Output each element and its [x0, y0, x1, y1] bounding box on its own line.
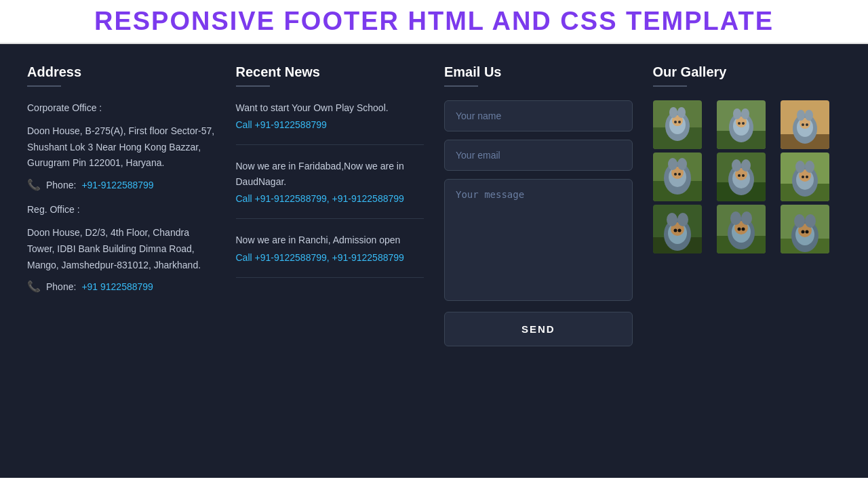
gallery-item-6[interactable] [781, 152, 829, 201]
gallery-item-8[interactable] [717, 205, 766, 253]
svg-point-70 [737, 228, 741, 231]
email-divider [444, 85, 478, 87]
reg-phone-number[interactable]: +91 9122588799 [81, 281, 153, 292]
corporate-phone-row: 📞 Phone: +91-9122588799 [27, 178, 216, 191]
news-item-1: Want to start Your Own Play School. Call… [236, 100, 425, 145]
page-title: RESPONSIVE FOOTER HTML AND CSS TEMPLATE [14, 7, 854, 36]
svg-point-35 [678, 173, 681, 176]
svg-point-80 [805, 230, 808, 234]
page-header: RESPONSIVE FOOTER HTML AND CSS TEMPLATE [0, 0, 868, 44]
gallery-item-2[interactable] [717, 100, 766, 149]
svg-point-44 [742, 174, 745, 177]
address-divider [27, 85, 61, 87]
gallery-item-1[interactable] [653, 100, 702, 149]
svg-point-52 [802, 176, 804, 178]
corporate-phone-label: Phone: [46, 180, 76, 190]
svg-point-43 [738, 174, 741, 177]
svg-point-42 [741, 159, 751, 171]
gallery-item-9[interactable] [781, 205, 829, 253]
svg-point-71 [741, 228, 745, 231]
send-button[interactable]: SEND [444, 312, 633, 346]
svg-point-77 [794, 214, 805, 228]
news-text-2: Now we are in Faridabad,Now we are in Da… [236, 159, 425, 189]
news-divider [236, 85, 270, 87]
svg-point-59 [667, 213, 677, 226]
news-call-3[interactable]: Call +91-9122588799, +91-9122588799 [236, 252, 404, 263]
svg-point-53 [806, 176, 808, 178]
svg-point-61 [673, 229, 677, 232]
address-title: Address [27, 64, 216, 80]
gallery-grid [653, 100, 842, 253]
svg-point-15 [741, 108, 749, 119]
svg-point-6 [677, 107, 686, 118]
corporate-office-label: Corporate Office : [27, 100, 216, 117]
gallery-item-4[interactable] [653, 152, 702, 201]
svg-point-79 [801, 230, 804, 234]
svg-point-60 [677, 213, 688, 226]
svg-point-41 [732, 159, 741, 171]
corporate-address: Doon House, B-275(A), First floor Sector… [27, 123, 216, 171]
email-column: Email Us SEND [444, 64, 633, 464]
svg-point-33 [677, 158, 687, 170]
news-call-2[interactable]: Call +91-9122588799, +91-9122588799 [236, 193, 404, 204]
address-column: Address Corporate Office : Doon House, B… [27, 64, 216, 464]
svg-point-25 [802, 123, 804, 126]
news-item-3: Now we are in Ranchi, Admission open Cal… [236, 232, 425, 277]
gallery-item-5[interactable] [717, 152, 766, 201]
email-title: Email Us [444, 64, 633, 80]
svg-point-16 [738, 122, 741, 125]
reg-office-label: Reg. Office : [27, 202, 216, 218]
svg-point-14 [733, 108, 741, 119]
svg-point-17 [742, 122, 745, 125]
svg-point-78 [805, 214, 816, 228]
gallery-item-3[interactable] [781, 100, 829, 149]
footer-container: Address Corporate Office : Doon House, B… [0, 44, 868, 478]
news-text-3: Now we are in Ranchi, Admission open [236, 232, 425, 247]
svg-point-34 [674, 173, 677, 176]
gallery-column: Our Gallery [653, 64, 842, 464]
reg-phone-label: Phone: [46, 281, 76, 292]
phone-icon-2: 📞 [27, 280, 41, 293]
gallery-title: Our Gallery [653, 64, 842, 80]
svg-point-69 [741, 211, 752, 225]
svg-point-24 [805, 110, 813, 121]
svg-point-50 [795, 161, 805, 173]
email-input[interactable] [444, 140, 633, 171]
news-item-2: Now we are in Faridabad,Now we are in Da… [236, 159, 425, 219]
reg-address: Doon House, D2/3, 4th Floor, Chandra Tow… [27, 225, 216, 273]
svg-point-7 [674, 121, 677, 123]
message-input[interactable] [444, 179, 633, 301]
svg-point-32 [668, 158, 677, 170]
news-call-1[interactable]: Call +91-9122588799 [236, 119, 327, 130]
reg-phone-row: 📞 Phone: +91 9122588799 [27, 280, 216, 293]
svg-point-8 [678, 121, 681, 123]
news-title: Recent News [236, 64, 425, 80]
news-column: Recent News Want to start Your Own Play … [236, 64, 425, 464]
svg-point-62 [677, 229, 681, 232]
news-text-1: Want to start Your Own Play School. [236, 100, 425, 115]
corporate-phone-number[interactable]: +91-9122588799 [81, 180, 153, 190]
phone-icon-1: 📞 [27, 178, 41, 191]
svg-point-5 [669, 107, 677, 118]
gallery-item-7[interactable] [653, 205, 702, 253]
svg-point-26 [806, 123, 808, 126]
svg-point-68 [730, 211, 741, 225]
name-input[interactable] [444, 100, 633, 131]
gallery-divider [653, 85, 687, 87]
svg-point-51 [805, 161, 814, 173]
svg-point-23 [797, 110, 805, 121]
